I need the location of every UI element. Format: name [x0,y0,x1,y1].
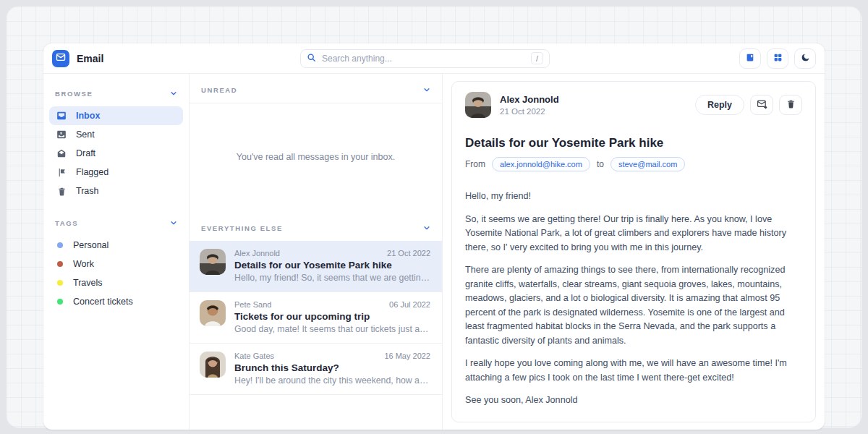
delete-button[interactable] [779,95,802,115]
email-app-window: Email / [43,43,825,430]
to-label: to [597,159,604,169]
from-to-row: From alex.jonnold@hike.com to steve@mail… [465,157,802,181]
search-icon [307,52,316,65]
detail-actions: Reply [695,95,802,115]
tags-label: Tags [55,219,78,227]
unread-section-header: Unread [190,74,442,103]
everything-else-section-header: Everything else [190,212,442,241]
dark-mode-button[interactable] [794,48,816,69]
chevron-down-icon[interactable] [423,83,430,96]
envelope-forward-icon [757,98,767,112]
unread-empty-message: You've read all messages in your inbox. [237,152,395,162]
tag-label: Personal [73,240,109,250]
email-sender: Kate Gates [234,352,274,360]
from-email-chip[interactable]: alex.jonnold@hike.com [492,157,590,171]
avatar [465,92,491,118]
sidebar-item-trash[interactable]: Trash [49,182,183,200]
email-meta: Pete Sand 06 Jul 2022 [234,300,430,309]
unread-empty-state: You've read all messages in your inbox. [190,103,442,210]
tags-section: Tags Personal Work Travels [49,210,183,311]
email-date: 06 Jul 2022 [389,300,430,309]
tags-section-header: Tags [49,210,183,236]
draft-icon [56,148,67,158]
search-bar[interactable]: / [300,49,550,68]
avatar [200,249,226,275]
moon-icon [801,52,810,65]
email-detail-card: Alex Jonnold 21 Oct 2022 Reply [451,81,816,422]
email-body-paragraph: See you soon, Alex Jonnold [465,393,802,408]
search-shortcut-badge: / [531,52,543,64]
everything-else-label: Everything else [201,224,283,232]
trash-icon [56,187,67,196]
app-title: Email [77,53,103,64]
main-area: Browse Inbox Sent [43,74,825,430]
message-list-column: Unread You've read all messages in your … [190,74,443,430]
sidebar-item-flagged[interactable]: Flagged [49,163,183,182]
tag-label: Travels [73,278,103,288]
inbox-icon [56,111,67,121]
email-preview: Hello, my friend! So, it seems that we a… [234,273,430,283]
sidebar-item-label: Draft [76,148,95,158]
sidebar-item-label: Trash [76,186,99,196]
search-input[interactable] [322,54,525,64]
browse-label: Browse [55,90,93,98]
sidebar-item-inbox[interactable]: Inbox [49,106,183,125]
email-logo [52,50,69,67]
envelope-icon [56,52,66,65]
grid-icon [773,52,783,65]
email-subject: Brunch this Saturday? [234,362,430,373]
email-meta: Kate Gates 16 May 2022 [234,352,430,360]
tag-item-concert-tickets[interactable]: Concert tickets [49,292,183,311]
email-list-item[interactable]: Alex Jonnold 21 Oct 2022 Details for our… [190,241,442,292]
detail-date: 21 Oct 2022 [500,107,559,116]
email-summary: Kate Gates 16 May 2022 Brunch this Satur… [234,352,430,386]
apps-grid-button[interactable] [767,48,788,69]
to-email-chip[interactable]: steve@mail.com [610,157,685,171]
detail-sender-name: Alex Jonnold [500,94,559,105]
email-sender: Alex Jonnold [234,249,280,258]
notebook-button[interactable] [739,48,761,69]
chevron-down-icon[interactable] [170,216,177,229]
detail-header: Alex Jonnold 21 Oct 2022 Reply [465,92,802,127]
sidebar-item-label: Inbox [76,111,100,121]
avatar [200,300,226,326]
trash-icon [786,98,796,111]
brand: Email [52,50,103,67]
email-preview: Hey! I'll be around the city this weeken… [234,375,430,386]
email-list-item[interactable]: Pete Sand 06 Jul 2022 Tickets for our up… [190,292,442,344]
email-subject: Tickets for our upcoming trip [234,311,430,322]
sidebar: Browse Inbox Sent [43,74,190,430]
flag-icon [56,168,67,177]
tag-color-dot [57,242,63,248]
unread-label: Unread [201,86,237,94]
email-meta: Alex Jonnold 21 Oct 2022 [234,249,430,258]
tag-label: Work [73,259,94,269]
tag-item-work[interactable]: Work [49,255,183,273]
top-bar: Email / [43,43,825,74]
email-summary: Alex Jonnold 21 Oct 2022 Details for our… [234,249,430,283]
tag-item-travels[interactable]: Travels [49,273,183,292]
chevron-down-icon[interactable] [170,87,177,100]
sidebar-item-draft[interactable]: Draft [49,144,183,163]
email-sender: Pete Sand [234,300,271,309]
email-date: 16 May 2022 [384,352,430,360]
forward-button[interactable] [750,95,773,115]
chevron-down-icon[interactable] [423,221,430,234]
email-date: 21 Oct 2022 [387,249,430,258]
from-label: From [465,159,485,169]
detail-sender-block: Alex Jonnold 21 Oct 2022 [500,94,559,116]
email-list-item[interactable]: Kate Gates 16 May 2022 Brunch this Satur… [190,344,442,395]
email-subject: Details for our Yosemite Park hike [234,260,430,271]
tag-item-personal[interactable]: Personal [49,236,183,255]
tag-label: Concert tickets [73,297,133,307]
detail-subject: Details for our Yosemite Park hike [465,136,802,150]
sent-icon [56,129,67,140]
sidebar-item-label: Sent [76,129,95,140]
browse-section-header: Browse [49,81,183,106]
email-summary: Pete Sand 06 Jul 2022 Tickets for our up… [234,300,430,334]
tag-color-dot [57,261,63,267]
email-body: Hello, my friend! So, it seems we are ge… [465,181,802,417]
sidebar-item-label: Flagged [76,167,109,177]
reply-button[interactable]: Reply [695,95,744,115]
sidebar-item-sent[interactable]: Sent [49,125,183,144]
